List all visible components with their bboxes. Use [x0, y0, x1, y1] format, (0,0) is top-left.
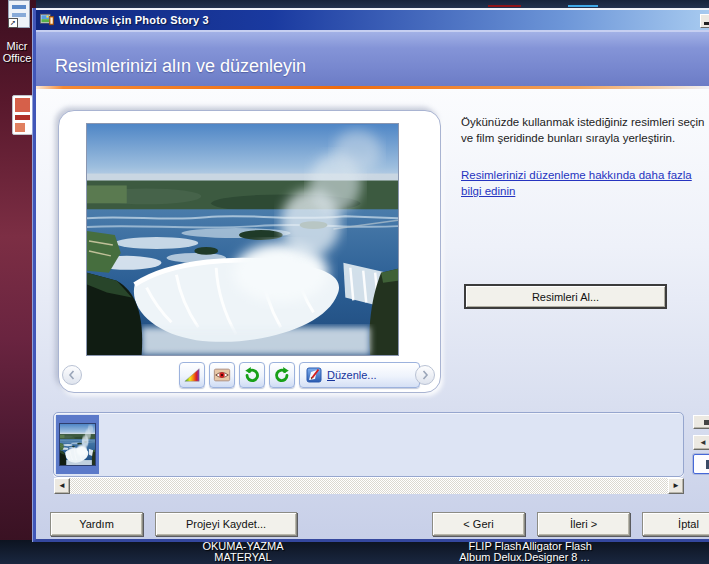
- triangle-right-icon: ►: [672, 482, 680, 490]
- next-picture-button[interactable]: [415, 365, 435, 385]
- remove-red-eye-button[interactable]: [209, 362, 235, 388]
- save-project-button[interactable]: Projeyi Kaydet...: [155, 512, 297, 536]
- filmstrip-side-button-1[interactable]: [693, 415, 709, 429]
- preview-image: [86, 123, 399, 356]
- triangle-left-icon: ◄: [58, 482, 66, 490]
- minimize-button[interactable]: [700, 14, 709, 28]
- desktop-artifact-red: [488, 5, 521, 7]
- desktop-icon-office-label: Micr Office: [0, 40, 34, 64]
- scrollbar-track[interactable]: [70, 478, 668, 494]
- partial-glyph-icon: [704, 420, 709, 425]
- cancel-button[interactable]: İptal: [642, 512, 709, 536]
- triangle-left-icon: ◄: [699, 438, 707, 447]
- filmstrip-scrollbar[interactable]: ◄ ►: [54, 478, 684, 494]
- desktop-icon-document[interactable]: [12, 95, 33, 135]
- app-icon: [40, 13, 54, 27]
- scroll-left-button[interactable]: ◄: [54, 478, 70, 494]
- screen: ➚ Micr Office OKUMA-YAZMA MATERYAL FLIP …: [0, 0, 709, 564]
- icon-detail: [12, 5, 26, 9]
- rotate-counterclockwise-icon: [243, 366, 261, 384]
- filmstrip[interactable]: [53, 412, 684, 477]
- desktop-background-left: ➚ Micr Office: [0, 0, 36, 564]
- help-button[interactable]: Yardım: [50, 512, 143, 536]
- edit-pencil-icon: [306, 367, 322, 383]
- rotate-counterclockwise-button[interactable]: [239, 362, 265, 388]
- page-title: Resimlerinizi alın ve düzenleyin: [55, 56, 306, 77]
- preview-panel: Düzenle...: [58, 110, 441, 393]
- title-bar[interactable]: Windows için Photo Story 3: [36, 9, 709, 30]
- chevron-right-icon: [421, 370, 429, 380]
- rotate-clockwise-icon: [273, 366, 291, 384]
- desktop-icon-label-flip-flash[interactable]: FLIP Flash Album Delux...: [459, 541, 531, 563]
- icon-detail: [12, 13, 26, 17]
- filmstrip-thumbnail[interactable]: [59, 423, 96, 466]
- red-eye-icon: [213, 366, 231, 384]
- desktop-background-bottom: [0, 540, 709, 564]
- icon-detail: [15, 115, 30, 120]
- partial-glyph-icon: [706, 460, 709, 469]
- photo-story-window: Windows için Photo Story 3 Resimlerinizi…: [33, 8, 709, 542]
- wizard-content: Düzenle... Öykünüzde kullanmak istediğin…: [36, 89, 709, 539]
- desktop-artifact-cyan: [568, 5, 598, 7]
- edit-button[interactable]: Düzenle...: [299, 362, 420, 388]
- picture-toolbar: Düzenle...: [179, 362, 420, 388]
- color-levels-icon: [183, 366, 201, 384]
- icon-detail: [15, 123, 25, 132]
- window-title: Windows için Photo Story 3: [59, 14, 209, 26]
- rotate-clockwise-button[interactable]: [269, 362, 295, 388]
- edit-button-label: Düzenle...: [327, 369, 377, 381]
- instructions-text: Öykünüzde kullanmak istediğiniz resimler…: [461, 114, 709, 147]
- shortcut-arrow-icon: ➚: [8, 18, 18, 28]
- color-correct-button[interactable]: [179, 362, 205, 388]
- desktop-icon-label-alligator[interactable]: Alligator Flash Designer 8 ...: [522, 541, 592, 563]
- filmstrip-selected-cell[interactable]: [56, 415, 99, 474]
- learn-more-link[interactable]: Resimlerinizi düzenleme hakkında daha fa…: [461, 167, 709, 200]
- chevron-left-icon: [68, 370, 76, 380]
- desktop-icon-label-okuma[interactable]: OKUMA-YAZMA MATERYAL: [202, 541, 283, 563]
- desktop-icon-office[interactable]: ➚: [8, 0, 30, 28]
- icon-detail: [15, 98, 30, 112]
- filmstrip-side-button-3[interactable]: [693, 454, 709, 474]
- previous-picture-button[interactable]: [62, 365, 82, 385]
- filmstrip-side-button-2[interactable]: ◄: [693, 435, 709, 450]
- next-button[interactable]: İleri >: [537, 512, 630, 536]
- back-button[interactable]: < Geri: [432, 512, 525, 536]
- minimize-icon: [704, 22, 709, 25]
- scroll-right-button[interactable]: ►: [668, 478, 684, 494]
- import-pictures-button[interactable]: Resimleri Al...: [465, 285, 666, 308]
- wizard-header: Resimlerinizi alın ve düzenleyin: [36, 30, 709, 86]
